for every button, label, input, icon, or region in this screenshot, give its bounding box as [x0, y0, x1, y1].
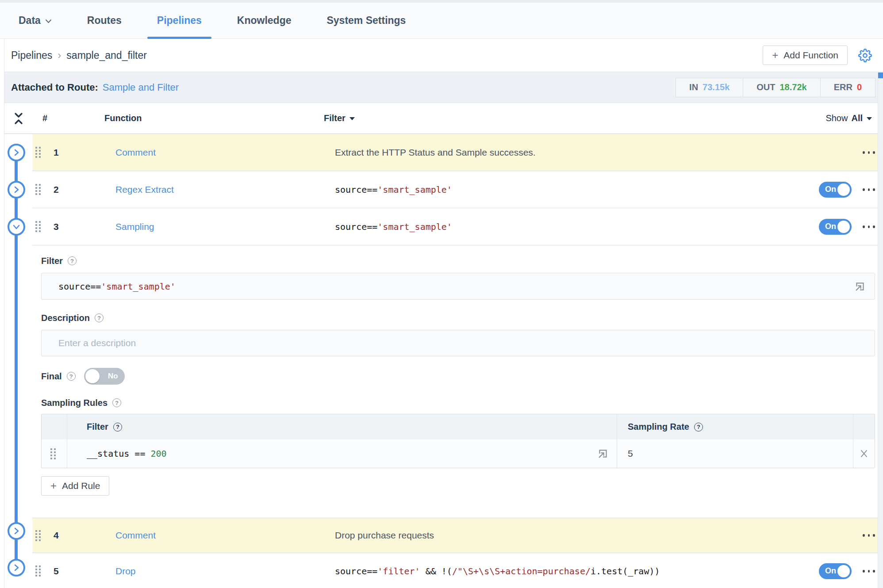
function-list-header: # Function Filter Show All — [4, 103, 883, 134]
function-row-2[interactable]: 2 Regex Extract source=='smart_sample' O… — [32, 171, 880, 208]
drag-handle[interactable] — [50, 448, 58, 459]
description-field-label: Description ? — [41, 312, 875, 324]
function-link[interactable]: Comment — [94, 147, 335, 158]
nav-tab-knowledge[interactable]: Knowledge — [237, 3, 292, 38]
stat-err-label: ERR — [834, 82, 852, 92]
help-icon[interactable]: ? — [694, 423, 703, 431]
stat-in-value: 73.15k — [703, 82, 729, 92]
drag-handle[interactable] — [35, 147, 43, 158]
top-nav: Data Routes Pipelines Knowledge System S… — [0, 0, 883, 39]
add-rule-label: Add Rule — [62, 481, 100, 491]
attached-route-label: Attached to Route: — [11, 82, 98, 93]
close-icon — [860, 449, 868, 458]
scrollbar-thumb[interactable] — [878, 73, 883, 78]
nav-tab-pipelines[interactable]: Pipelines — [157, 3, 202, 38]
row-number: 4 — [43, 530, 94, 541]
toggle-knob — [837, 221, 850, 233]
plus-icon: + — [50, 480, 57, 492]
filter-field-label: Filter ? — [41, 255, 875, 267]
stat-out: OUT 18.72k — [743, 78, 820, 97]
attached-route-bar: Attached to Route: Sample and Filter IN … — [4, 72, 883, 103]
help-icon[interactable]: ? — [113, 423, 122, 431]
function-row-3[interactable]: 3 Sampling source=='smart_sample' On — [32, 208, 880, 245]
row-3-collapse-toggle[interactable] — [8, 218, 25, 236]
drag-handle[interactable] — [35, 565, 43, 577]
page-body: Pipelines › sample_and_filter + Add Func… — [4, 39, 883, 588]
chevron-right-icon — [12, 149, 20, 157]
function-list: 1 Comment Extract the HTTP Status and Sa… — [4, 134, 883, 588]
filter-expression-input[interactable]: source=='smart_sample' — [41, 273, 875, 300]
stat-err-value: 0 — [857, 82, 862, 92]
breadcrumb-current: sample_and_filter — [66, 50, 147, 61]
expand-icon[interactable] — [597, 448, 609, 459]
delete-rule-button[interactable] — [853, 439, 875, 468]
column-header-filter[interactable]: Filter — [324, 113, 825, 123]
row-menu-button[interactable] — [863, 225, 875, 228]
row-menu-button[interactable] — [863, 188, 875, 191]
sampling-rules-header-row: Filter ? Sampling Rate ? — [42, 414, 875, 439]
drag-handle[interactable] — [35, 184, 43, 195]
pipeline-editor-screen: Data Routes Pipelines Knowledge System S… — [0, 0, 883, 588]
nav-tab-label: System Settings — [326, 15, 406, 27]
help-icon[interactable]: ? — [67, 372, 76, 381]
row-5-expand-toggle[interactable] — [8, 559, 25, 577]
nav-tab-routes[interactable]: Routes — [87, 3, 122, 38]
row-4-expand-toggle[interactable] — [8, 522, 25, 540]
rules-column-filter: Filter ? — [67, 414, 617, 439]
row-2-expand-toggle[interactable] — [8, 181, 25, 199]
comment-text: Extract the HTTP Status and Sample succe… — [335, 147, 819, 158]
toggle-knob — [85, 369, 100, 383]
collapse-all-button[interactable] — [4, 112, 32, 125]
add-rule-button[interactable]: + Add Rule — [41, 476, 109, 496]
sampling-rules-table: Filter ? Sampling Rate ? — [41, 414, 875, 468]
nav-tab-system-settings[interactable]: System Settings — [326, 3, 406, 38]
description-input[interactable] — [41, 330, 875, 356]
gear-icon — [858, 49, 872, 62]
add-function-button[interactable]: + Add Function — [763, 46, 848, 65]
row-menu-button[interactable] — [863, 570, 875, 573]
toggle-knob — [837, 565, 850, 577]
row-number: 2 — [43, 184, 94, 195]
row-menu-button[interactable] — [863, 534, 875, 537]
nav-tab-data[interactable]: Data — [19, 3, 52, 38]
rule-filter-value: __status == 200 — [87, 448, 167, 459]
drag-handle[interactable] — [35, 530, 43, 541]
function-row-1[interactable]: 1 Comment Extract the HTTP Status and Sa… — [32, 134, 880, 171]
function-link[interactable]: Drop — [94, 566, 335, 577]
toggle-knob — [837, 183, 850, 196]
row-menu-button[interactable] — [863, 151, 875, 154]
function-row-5[interactable]: 5 Drop source=='filter' && !(/"\S+\s\S+a… — [32, 553, 880, 588]
plus-icon: + — [772, 49, 778, 61]
function-link[interactable]: Regex Extract — [94, 184, 335, 195]
rule-rate-input[interactable]: 5 — [617, 439, 853, 468]
stat-in: IN 73.15k — [676, 78, 743, 97]
help-icon[interactable]: ? — [112, 398, 121, 407]
help-icon[interactable]: ? — [95, 313, 104, 322]
column-header-function: Function — [83, 113, 324, 123]
nav-tab-label: Routes — [87, 15, 122, 27]
chevron-right-icon — [12, 527, 20, 535]
filter-expression: source=='smart_sample' — [335, 221, 819, 232]
throughput-stats: IN 73.15k OUT 18.72k ERR 0 — [676, 78, 875, 97]
rule-filter-input[interactable]: __status == 200 — [67, 439, 617, 468]
function-link[interactable]: Sampling — [94, 221, 335, 232]
help-icon[interactable]: ? — [68, 256, 77, 265]
filter-expression: source=='smart_sample' — [335, 184, 819, 195]
final-toggle[interactable]: No — [84, 368, 125, 385]
vertical-scrollbar[interactable] — [878, 72, 883, 588]
attached-route-link[interactable]: Sample and Filter — [103, 82, 179, 93]
chevron-right-icon — [12, 186, 20, 194]
filter-expression-value: source=='smart_sample' — [58, 281, 176, 292]
function-row-4[interactable]: 4 Comment Drop purchase requests — [32, 518, 880, 553]
enabled-toggle[interactable]: On — [819, 563, 852, 579]
expand-icon[interactable] — [854, 281, 866, 292]
breadcrumb-root[interactable]: Pipelines — [11, 50, 52, 61]
show-filter-dropdown[interactable]: Show All — [825, 113, 872, 123]
settings-button[interactable] — [858, 49, 872, 62]
row-1-expand-toggle[interactable] — [8, 144, 25, 161]
drag-handle[interactable] — [35, 221, 43, 232]
enabled-toggle[interactable]: On — [819, 182, 852, 198]
enabled-toggle[interactable]: On — [819, 219, 852, 235]
function-link[interactable]: Comment — [94, 530, 335, 541]
caret-down-icon — [349, 117, 355, 120]
